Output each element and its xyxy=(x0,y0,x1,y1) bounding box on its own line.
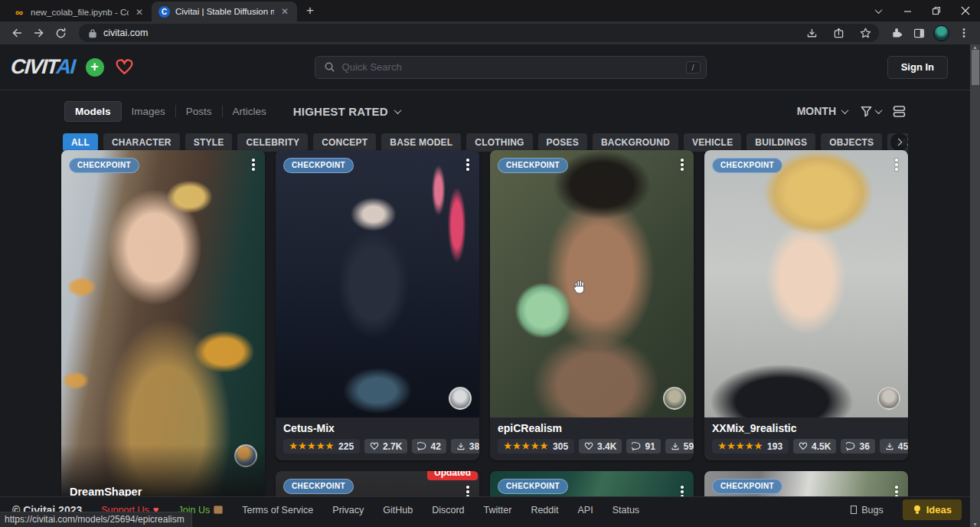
card-menu-icon[interactable] xyxy=(461,156,475,173)
status-bar-url: https://civitai.com/models/25694/epicrea… xyxy=(0,512,192,527)
likes-badge: 3.4K xyxy=(579,439,622,453)
model-type-badge: CHECKPOINT xyxy=(283,479,354,494)
screen: { "browser": { "tabs": [ { "title": "new… xyxy=(0,0,980,527)
scrollbar-down-arrow[interactable]: ▼ xyxy=(970,522,980,527)
sort-dropdown[interactable]: HIGHEST RATED xyxy=(293,105,400,118)
browser-toolbar: civitai.com xyxy=(0,21,980,44)
creator-avatar[interactable] xyxy=(663,387,686,410)
heart-icon xyxy=(370,442,379,450)
footer-link-twitter[interactable]: Twitter xyxy=(484,505,512,516)
model-card-xxmix[interactable]: CHECKPOINT XXMix_9realistic ★★★★★193 4.5… xyxy=(704,150,908,460)
footer-link-privacy[interactable]: Privacy xyxy=(332,505,364,516)
chip-background[interactable]: BACKGROUND xyxy=(593,133,678,152)
chip-concept[interactable]: CONCEPT xyxy=(313,133,376,152)
chip-style[interactable]: STYLE xyxy=(185,133,233,152)
tab-close-icon[interactable]: ✕ xyxy=(134,7,145,18)
heart-icon xyxy=(584,442,593,450)
filter-funnel-dropdown[interactable] xyxy=(860,105,881,118)
card-menu-icon[interactable] xyxy=(247,156,260,173)
back-icon[interactable] xyxy=(6,23,27,44)
chip-vehicle[interactable]: VEHICLE xyxy=(684,133,741,152)
downloads-badge: 59K xyxy=(665,439,694,453)
model-card-epicrealism[interactable]: CHECKPOINT epiCRealism ★★★★★305 3.4K 91 … xyxy=(490,150,694,460)
download-icon xyxy=(671,442,680,451)
model-type-badge: CHECKPOINT xyxy=(712,479,782,494)
browser-menu-icon[interactable] xyxy=(953,23,974,44)
ideas-button[interactable]: Ideas xyxy=(903,499,962,520)
creator-avatar[interactable] xyxy=(449,387,472,410)
card-footer: XXMix_9realistic ★★★★★193 4.5K 36 45K xyxy=(704,417,908,460)
bookmark-star-icon[interactable] xyxy=(855,23,876,44)
close-window-button[interactable] xyxy=(951,0,980,21)
chip-poses[interactable]: POSES xyxy=(538,133,587,152)
forward-icon[interactable] xyxy=(28,23,49,44)
updated-badge: Updated xyxy=(427,471,478,480)
card-menu-icon[interactable] xyxy=(890,156,903,173)
card-title: Cetus-Mix xyxy=(283,422,472,434)
sign-in-button[interactable]: Sign In xyxy=(887,56,948,79)
model-card-dreamshaper[interactable]: CHECKPOINT DreamShaper xyxy=(61,150,265,510)
layout-toggle-icon[interactable] xyxy=(892,104,906,119)
tab-articles[interactable]: Articles xyxy=(223,102,276,121)
tab-models[interactable]: Models xyxy=(64,101,122,122)
footer-link-github[interactable]: GitHub xyxy=(383,505,413,516)
lock-icon[interactable] xyxy=(88,28,97,38)
minimize-button[interactable] xyxy=(893,0,922,21)
model-card-cetus-mix[interactable]: CHECKPOINT Cetus-Mix ★★★★★225 2.7K 42 38… xyxy=(276,150,479,460)
tab-close-icon[interactable]: ✕ xyxy=(279,6,290,17)
footer-link-tos[interactable]: Terms of Service xyxy=(242,505,313,516)
tab-images[interactable]: Images xyxy=(122,102,175,121)
new-tab-button[interactable]: + xyxy=(297,3,323,21)
bugs-button[interactable]: Bugs xyxy=(851,505,884,516)
reload-icon[interactable] xyxy=(51,23,71,44)
footer-link-api[interactable]: API xyxy=(578,505,593,516)
browser-tab-colab[interactable]: ∞ new_colab_file.ipynb - Colaborat ✕ xyxy=(6,2,152,21)
chip-all[interactable]: ALL xyxy=(63,133,98,152)
chip-clothing[interactable]: CLOTHING xyxy=(466,133,532,152)
browser-profile-avatar[interactable] xyxy=(931,23,952,44)
filter-row: Models Images Posts Articles HIGHEST RAT… xyxy=(64,100,906,123)
download-page-icon[interactable] xyxy=(802,23,822,44)
creator-avatar[interactable] xyxy=(877,387,900,410)
url-text[interactable]: civitai.com xyxy=(103,28,795,38)
chip-character[interactable]: CHARACTER xyxy=(103,133,180,152)
comment-icon xyxy=(417,442,426,450)
card-footer: epiCRealism ★★★★★305 3.4K 91 59K xyxy=(490,417,694,460)
chips-scroll-right-button[interactable] xyxy=(890,133,908,151)
scrollbar-up-arrow[interactable]: ▲ xyxy=(970,44,980,50)
restore-button[interactable] xyxy=(922,0,951,21)
chip-buildings[interactable]: BUILDINGS xyxy=(746,133,815,152)
side-panel-icon[interactable] xyxy=(909,23,929,44)
tab-search-icon[interactable] xyxy=(864,0,893,21)
chip-base-model[interactable]: BASE MODEL xyxy=(381,133,461,152)
footer-link-discord[interactable]: Discord xyxy=(432,505,464,516)
card-stats: ★★★★★193 4.5K 36 45K xyxy=(712,439,900,453)
extensions-icon[interactable] xyxy=(887,23,907,44)
comments-badge: 91 xyxy=(626,439,660,453)
tab-title: Civitai | Stable Diffusion models, xyxy=(175,7,274,16)
civitai-logo[interactable]: CIVITAI xyxy=(10,55,76,79)
page-scrollbar[interactable]: ▲ ▼ xyxy=(970,44,980,527)
period-dropdown[interactable]: MONTH xyxy=(797,105,848,117)
address-bar[interactable]: civitai.com xyxy=(79,24,879,42)
footer-link-reddit[interactable]: Reddit xyxy=(531,505,558,516)
share-icon[interactable] xyxy=(828,23,849,44)
likes-badge: 4.5K xyxy=(793,439,836,453)
card-menu-icon[interactable] xyxy=(675,156,689,173)
search-wrap: Quick Search / xyxy=(145,56,877,79)
chip-objects[interactable]: OBJECTS xyxy=(821,133,882,152)
browser-tab-strip: ∞ new_colab_file.ipynb - Colaborat ✕ C C… xyxy=(0,0,980,21)
scrollbar-thumb[interactable] xyxy=(972,50,979,85)
star-icons: ★★★★★ xyxy=(504,442,549,451)
download-icon xyxy=(885,442,894,451)
search-input[interactable]: Quick Search / xyxy=(315,56,707,79)
browser-tab-civitai[interactable]: C Civitai | Stable Diffusion models, ✕ xyxy=(152,2,297,21)
civitai-page: CIVITAI + Quick Search / Sign In Models … xyxy=(0,44,980,527)
model-image: CHECKPOINT xyxy=(276,150,479,417)
upload-plus-button[interactable]: + xyxy=(86,58,104,77)
favorites-heart-icon[interactable] xyxy=(115,58,134,76)
chip-celebrity[interactable]: CELEBRITY xyxy=(237,133,308,152)
join-us-emoji xyxy=(214,506,223,514)
footer-link-status[interactable]: Status xyxy=(612,505,639,516)
tab-posts[interactable]: Posts xyxy=(176,102,222,121)
